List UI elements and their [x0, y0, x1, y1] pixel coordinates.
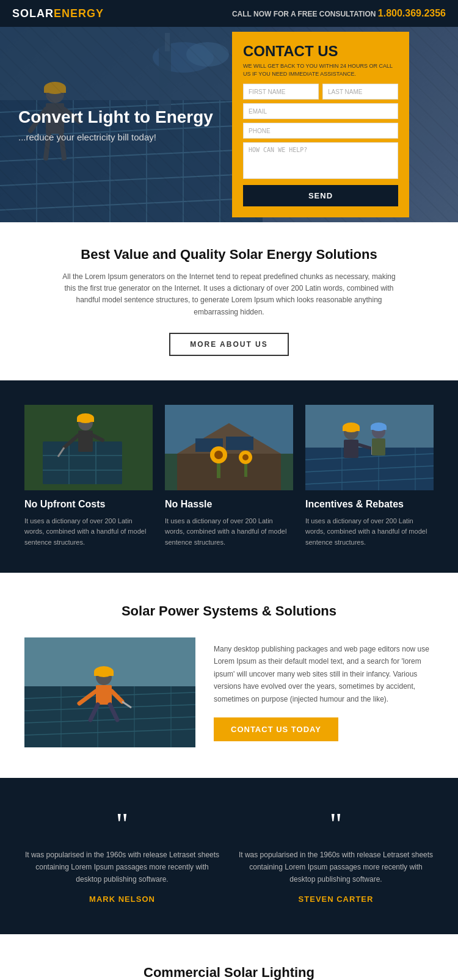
- contact-form-subtitle: WE WILL GET BACK TO YOU WITHIN 24 HOURS …: [243, 62, 398, 78]
- feature-title-1: No Upfront Costs: [24, 499, 153, 510]
- solutions-title: Solar Power Systems & Solutions: [24, 603, 434, 619]
- testimonials-section: " It was popularised in the 1960s with r…: [0, 778, 458, 934]
- svg-rect-32: [78, 430, 93, 452]
- solutions-text: Many desktop publishing packages and web…: [214, 643, 434, 705]
- hero-section: Convert Light to Energy ...reduce your e…: [0, 27, 458, 222]
- svg-rect-69: [371, 427, 387, 430]
- testimonial-name-2: STEVEN CARTER: [238, 895, 434, 904]
- svg-rect-67: [372, 438, 385, 456]
- commercial-title: Commercial Solar Lighting: [24, 965, 434, 980]
- about-title: Best Value and Quality Solar Energy Solu…: [37, 247, 421, 263]
- message-textarea[interactable]: [243, 142, 398, 179]
- first-name-input[interactable]: [243, 84, 319, 100]
- quote-mark-1: ": [24, 808, 220, 839]
- quote-mark-2: ": [238, 808, 434, 839]
- testimonials-grid: " It was popularised in the 1960s with r…: [24, 808, 434, 904]
- feature-image-3: [305, 405, 434, 490]
- name-row: [243, 84, 398, 100]
- solutions-image: [24, 637, 195, 747]
- solutions-section: Solar Power Systems & Solutions: [0, 573, 458, 778]
- svg-rect-24: [165, 33, 170, 51]
- logo-energy-text: ENERGY: [54, 7, 104, 20]
- feature-text-3: It uses a dictionary of over 200 Latin w…: [305, 516, 434, 548]
- feature-image-sunflower: [165, 405, 293, 490]
- feature-card-1: No Upfront Costs It uses a dictionary of…: [24, 405, 153, 548]
- feature-image-1: [24, 405, 153, 490]
- about-text: All the Lorem Ipsum generators on the In…: [58, 271, 400, 318]
- svg-rect-58: [305, 405, 434, 448]
- testimonial-card-1: " It was popularised in the 1960s with r…: [24, 808, 220, 904]
- feature-text-1: It uses a dictionary of over 200 Latin w…: [24, 516, 153, 548]
- svg-rect-43: [226, 437, 253, 450]
- contact-form-box: CONTACT US WE WILL GET BACK TO YOU WITHI…: [232, 32, 409, 217]
- solutions-contact-button[interactable]: CONTACT US TODAY: [214, 717, 338, 741]
- last-name-input[interactable]: [322, 84, 398, 100]
- svg-point-46: [214, 451, 223, 459]
- solutions-content: Many desktop publishing packages and web…: [24, 637, 434, 747]
- more-about-button[interactable]: MORE ABOUT US: [169, 333, 289, 356]
- logo-solar-text: SOLAR: [12, 7, 54, 20]
- feature-image-2: [165, 405, 293, 490]
- contact-form-title: CONTACT US: [243, 43, 398, 60]
- testimonial-name-1: MARK NELSON: [24, 895, 220, 904]
- feature-card-3: Incentives & Rebates It uses a dictionar…: [305, 405, 434, 548]
- email-input[interactable]: [243, 103, 398, 119]
- solutions-text-col: Many desktop publishing packages and web…: [214, 643, 434, 741]
- testimonial-text-1: It was popularised in the 1960s with rel…: [24, 849, 220, 886]
- hero-title: Convert Light to Energy: [18, 107, 214, 128]
- svg-rect-82: [96, 685, 112, 705]
- testimonial-text-2: It was popularised in the 1960s with rel…: [238, 849, 434, 886]
- header: SOLAR ENERGY CALL NOW FOR A FREE CONSULT…: [0, 0, 458, 27]
- svg-rect-41: [177, 454, 281, 490]
- header-phone: CALL NOW FOR A FREE CONSULTATION 1.800.3…: [232, 8, 446, 19]
- feature-image-solar-worker: [24, 405, 153, 490]
- send-button[interactable]: SEND: [243, 185, 398, 206]
- hero-content: Convert Light to Energy ...reduce your e…: [0, 89, 232, 161]
- feature-title-3: Incentives & Rebates: [305, 499, 434, 510]
- svg-point-22: [186, 42, 229, 67]
- svg-rect-36: [77, 418, 94, 422]
- hero-subtitle: ...reduce your electricity bill today!: [18, 132, 214, 142]
- svg-point-49: [242, 454, 249, 460]
- feature-card-2: No Hassle It uses a dictionary of over 2…: [165, 405, 293, 548]
- svg-rect-65: [343, 427, 360, 431]
- commercial-section: Commercial Solar Lighting Many desktop p…: [0, 934, 458, 980]
- logo: SOLAR ENERGY: [12, 7, 104, 20]
- features-grid: No Upfront Costs It uses a dictionary of…: [18, 405, 440, 548]
- feature-image-workers-tablet: [305, 405, 434, 490]
- svg-line-6: [0, 198, 263, 210]
- svg-rect-60: [344, 440, 358, 458]
- phone-input[interactable]: [243, 123, 398, 139]
- features-section: No Upfront Costs It uses a dictionary of…: [0, 380, 458, 573]
- svg-point-21: [153, 42, 214, 73]
- about-section: Best Value and Quality Solar Energy Solu…: [0, 222, 458, 380]
- solutions-worker-image: [24, 637, 195, 747]
- feature-title-2: No Hassle: [165, 499, 293, 510]
- feature-text-2: It uses a dictionary of over 200 Latin w…: [165, 516, 293, 548]
- svg-line-5: [0, 173, 263, 186]
- svg-rect-88: [94, 672, 114, 676]
- testimonial-card-2: " It was popularised in the 1960s with r…: [238, 808, 434, 904]
